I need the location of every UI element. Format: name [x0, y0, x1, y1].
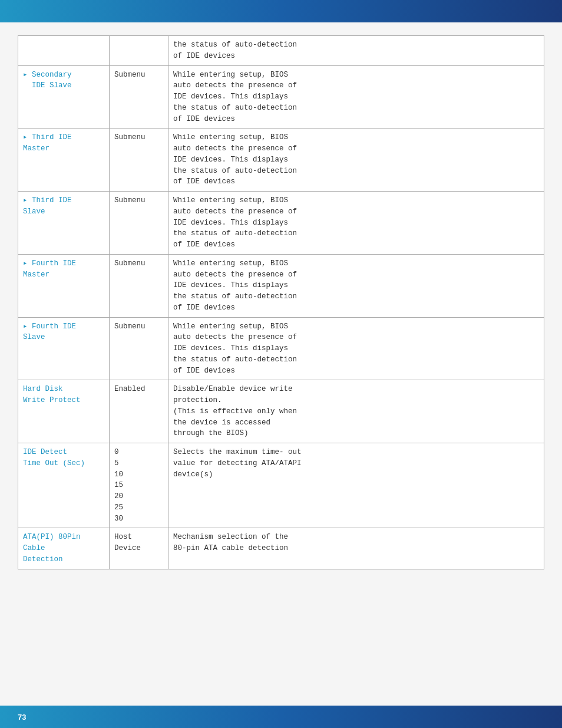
table-cell-options: Submenu: [110, 254, 168, 317]
table-cell-desc: While entering setup, BIOSauto detects t…: [168, 129, 544, 192]
table-cell-name: ▸ Secondary IDE Slave: [18, 65, 110, 129]
table-row: IDE DetectTime Out (Sec) 051015202530 Se…: [18, 443, 544, 528]
table-cell-desc: While entering setup, BIOSauto detects t…: [168, 254, 544, 317]
table-cell-desc: While entering setup, BIOSauto detects t…: [168, 317, 544, 380]
table-cell-desc: Selects the maximum time- outvalue for d…: [168, 443, 544, 528]
table-row: Hard DiskWrite Protect Enabled Disable/E…: [18, 380, 544, 443]
bottom-bar: 73: [0, 706, 562, 728]
table-row: ATA(PI) 80PinCableDetection HostDevice M…: [18, 528, 544, 569]
table-cell-options: Enabled: [110, 380, 168, 443]
table-cell-desc: While entering setup, BIOSauto detects t…: [168, 192, 544, 255]
table-cell-name: [18, 36, 110, 66]
table-cell-options: Submenu: [110, 65, 168, 129]
table-cell-name: ▸ Third IDESlave: [18, 192, 110, 255]
table-row: ▸ Fourth IDESlave Submenu While entering…: [18, 317, 544, 380]
table-cell-options: Submenu: [110, 129, 168, 192]
top-bar: [0, 0, 562, 22]
table-cell-desc: the status of auto-detectionof IDE devic…: [168, 36, 544, 66]
table-cell-options: Submenu: [110, 192, 168, 255]
table-cell-desc: While entering setup, BIOSauto detects t…: [168, 65, 544, 129]
table-cell-name: ▸ Fourth IDEMaster: [18, 254, 110, 317]
table-row: the status of auto-detectionof IDE devic…: [18, 36, 544, 66]
table-row: ▸ Third IDEMaster Submenu While entering…: [18, 129, 544, 192]
table-row: ▸ Secondary IDE Slave Submenu While ente…: [18, 65, 544, 129]
content-area: the status of auto-detectionof IDE devic…: [18, 35, 544, 693]
table-cell-options: 051015202530: [110, 443, 168, 528]
table-cell-options: Submenu: [110, 317, 168, 380]
table-cell-name: ATA(PI) 80PinCableDetection: [18, 528, 110, 569]
table-cell-desc: Mechanism selection of the80-pin ATA cab…: [168, 528, 544, 569]
table-cell-options: HostDevice: [110, 528, 168, 569]
table-cell-name: Hard DiskWrite Protect: [18, 380, 110, 443]
table-row: ▸ Fourth IDEMaster Submenu While enterin…: [18, 254, 544, 317]
bios-table: the status of auto-detectionof IDE devic…: [18, 35, 544, 569]
table-cell-desc: Disable/Enable device writeprotection.(T…: [168, 380, 544, 443]
table-cell-name: IDE DetectTime Out (Sec): [18, 443, 110, 528]
page-number: 73: [18, 713, 26, 722]
table-cell-options: [110, 36, 168, 66]
table-cell-name: ▸ Third IDEMaster: [18, 129, 110, 192]
table-cell-name: ▸ Fourth IDESlave: [18, 317, 110, 380]
table-row: ▸ Third IDESlave Submenu While entering …: [18, 192, 544, 255]
